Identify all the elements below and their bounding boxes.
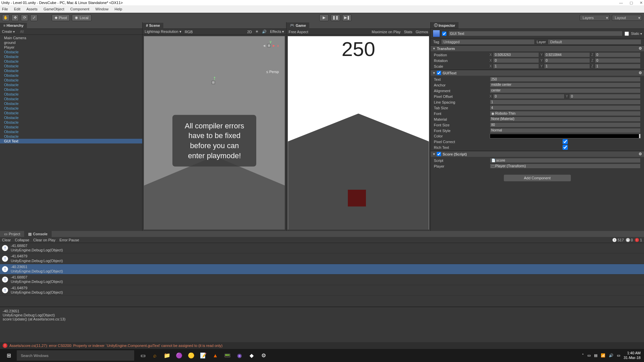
app-icon-2[interactable]: 📟 — [223, 351, 232, 360]
menu-assets[interactable]: Assets — [26, 7, 38, 11]
search-icon[interactable]: ⌕ — [150, 351, 160, 360]
script-field[interactable]: 📄 score — [490, 158, 641, 163]
menu-file[interactable]: File — [2, 7, 8, 11]
hierarchy-item[interactable]: Main Camera — [0, 36, 142, 40]
layer-dropdown[interactable]: Default — [548, 39, 641, 45]
gizmos-toggle[interactable]: Gizmos — [416, 30, 428, 34]
score-title[interactable]: Score (Script) — [442, 152, 467, 156]
gear-icon[interactable]: ⚙ — [639, 152, 642, 156]
hierarchy-item[interactable]: Obstacle — [0, 120, 142, 125]
hierarchy-item[interactable]: Obstacle — [0, 134, 142, 139]
fontstyle-dropdown[interactable]: Normal — [490, 128, 641, 133]
taskbar-clock[interactable]: 1:40 AM31-Mar-18 — [624, 351, 643, 360]
selected-object-handle[interactable] — [212, 81, 215, 84]
add-component-button[interactable]: Add Component — [503, 174, 571, 182]
scale-z[interactable] — [595, 64, 641, 69]
hierarchy-item[interactable]: Obstacle — [0, 59, 142, 64]
app-icon-4[interactable]: ⚙ — [259, 351, 268, 360]
explorer-icon[interactable]: 📁 — [162, 351, 172, 360]
richtext-toggle[interactable] — [490, 145, 641, 150]
tabsize-field[interactable] — [490, 105, 641, 110]
material-field[interactable]: None (Material) — [490, 117, 641, 122]
gear-icon[interactable]: ⚙ — [639, 71, 642, 75]
linespacing-field[interactable] — [490, 100, 641, 105]
tab-game[interactable]: 🎮 Game — [286, 22, 309, 28]
hierarchy-item[interactable]: GUI Text — [0, 139, 142, 143]
score-enabled[interactable] — [437, 152, 441, 156]
hierarchy-item[interactable]: Obstacle — [0, 73, 142, 78]
tag-dropdown[interactable]: Untagged — [441, 39, 535, 45]
layout-dropdown[interactable]: Layout — [612, 15, 642, 21]
hierarchy-item[interactable]: Obstacle — [0, 78, 142, 82]
hierarchy-item[interactable]: Obstacle — [0, 106, 142, 111]
hierarchy-item[interactable]: Obstacle — [0, 115, 142, 120]
status-bar-error[interactable]: ! Assets/score.cs(11,27): error CS0200: … — [0, 342, 644, 349]
window-minimize[interactable]: — — [619, 1, 623, 5]
gameobject-active-toggle[interactable] — [442, 32, 446, 36]
unity-icon[interactable]: ◆ — [247, 351, 256, 360]
rotate-tool[interactable]: ⟳ — [21, 14, 28, 21]
hierarchy-item[interactable]: Obstacle — [0, 87, 142, 92]
menu-gameobject[interactable]: GameObject — [44, 7, 64, 11]
pixelcorrect-toggle[interactable] — [490, 139, 641, 144]
static-toggle[interactable] — [625, 32, 629, 36]
play-button[interactable]: ▶ — [319, 14, 329, 21]
scene-rgb[interactable]: RGB — [185, 30, 193, 34]
console-log-entry[interactable]: !-41.68807UnityEngine.Debug:Log(Object) — [0, 243, 644, 253]
hierarchy-item[interactable]: Obstacle — [0, 111, 142, 115]
console-collapse[interactable]: Collapse — [15, 238, 29, 242]
gameobject-icon[interactable] — [433, 30, 440, 37]
light-icon[interactable]: ☀ — [255, 29, 259, 34]
tray-notifications-icon[interactable]: ▭ — [617, 353, 620, 358]
position-y[interactable] — [544, 52, 590, 57]
hierarchy-item[interactable]: Obstacle — [0, 92, 142, 97]
move-tool[interactable]: ✥ — [11, 14, 19, 21]
fontsize-field[interactable] — [490, 122, 641, 127]
local-toggle[interactable]: ◉ Local — [72, 14, 91, 21]
rotation-x[interactable] — [493, 58, 539, 63]
console-clear-on-play[interactable]: Clear on Play — [33, 238, 55, 242]
warn-count[interactable]: ▲0 — [626, 238, 633, 242]
position-z[interactable] — [595, 52, 641, 57]
hierarchy-item[interactable]: Obstacle — [0, 82, 142, 87]
guitext-enabled[interactable] — [437, 71, 441, 75]
console-clear[interactable]: Clear — [2, 238, 11, 242]
scale-y[interactable] — [544, 64, 590, 69]
orientation-gizmo[interactable]: y ◄ ► x — [262, 40, 279, 48]
layers-dropdown[interactable]: Layers — [580, 15, 610, 21]
tray-chevron-icon[interactable]: ˄ — [582, 353, 584, 358]
taskview-icon[interactable]: ▭ — [138, 351, 148, 360]
vlc-icon[interactable]: ▲ — [211, 351, 220, 360]
menu-help[interactable]: Help — [114, 7, 122, 11]
tab-inspector[interactable]: ⓘ Inspector — [431, 22, 459, 28]
tab-project[interactable]: ▭ Project — [0, 231, 24, 237]
gear-icon[interactable]: ⚙ — [639, 46, 642, 51]
chrome-icon[interactable]: 🟡 — [186, 351, 196, 360]
pause-button[interactable]: ❚❚ — [331, 14, 340, 21]
guitext-title[interactable]: GUIText — [442, 71, 456, 75]
projection-label[interactable]: ≤ Persp — [266, 70, 279, 74]
hierarchy-search[interactable] — [20, 30, 63, 34]
tray-wifi-icon[interactable]: 📶 — [601, 353, 605, 358]
window-maximize[interactable]: ▢ — [630, 1, 633, 5]
hierarchy-item[interactable]: Obstacle — [0, 50, 142, 54]
error-count[interactable]: !1 — [635, 238, 642, 242]
hierarchy-item[interactable]: Obstacle — [0, 101, 142, 106]
hierarchy-item[interactable]: Obstacle — [0, 64, 142, 68]
color-picker[interactable] — [490, 134, 641, 138]
font-field[interactable]: ◉ Roboto-Thin — [490, 111, 641, 116]
alignment-dropdown[interactable]: center — [490, 88, 641, 93]
console-log-entry[interactable]: !-41.68807UnityEngine.Debug:Log(Object) — [0, 275, 644, 285]
console-log-entry[interactable]: !-40.23651UnityEngine.Debug:Log(Object) — [0, 264, 644, 275]
pixeloffset-y[interactable] — [569, 94, 641, 99]
console-log-entry[interactable]: !-41.64879UnityEngine.Debug:Log(Object) — [0, 285, 644, 296]
app-icon-3[interactable]: ◉ — [235, 351, 244, 360]
audio-icon[interactable]: 🔊 — [262, 29, 267, 34]
aspect-dropdown[interactable]: Free Aspect — [288, 30, 308, 34]
step-button[interactable]: ▶❚ — [342, 14, 352, 21]
hierarchy-item[interactable]: Obstacle — [0, 68, 142, 73]
window-close[interactable]: ✕ — [640, 1, 643, 5]
scene-effects[interactable]: Effects ▾ — [270, 29, 284, 34]
menu-component[interactable]: Component — [70, 7, 89, 11]
start-button[interactable]: ⊞ — [1, 349, 17, 362]
